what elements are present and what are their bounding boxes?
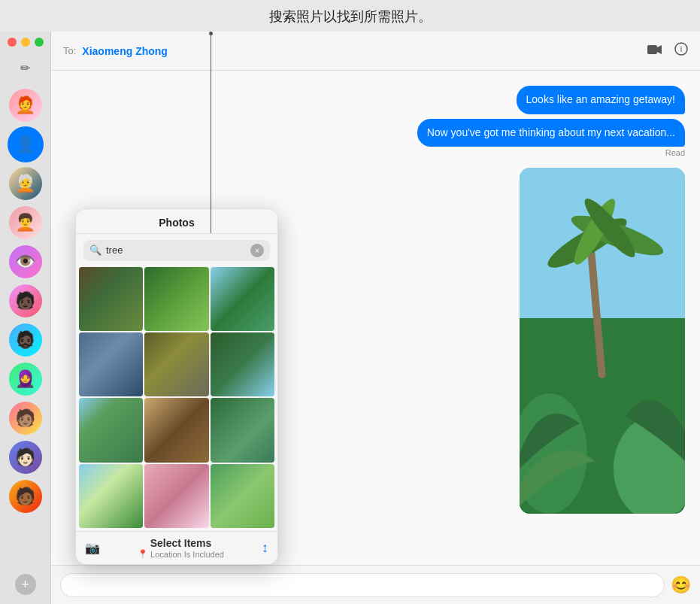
video-call-button[interactable] [647, 43, 662, 59]
sidebar: ✏ 🧑‍🦰 👤 🧑‍🦳 🧑‍🦱 👁️ 🧑🏿 🧔🏿 🧕 🧑🏽 🧑🏻 🧑🏾 + [0, 32, 51, 604]
photos-search-input[interactable] [106, 244, 246, 256]
svg-rect-0 [647, 45, 657, 54]
chat-header: To: Xiaomeng Zhong i [51, 32, 700, 71]
select-items-label: Select Items [150, 537, 212, 549]
sidebar-contact-8[interactable]: 🧕 [9, 363, 42, 396]
clear-icon: × [255, 246, 259, 255]
photo-thumb-2[interactable] [144, 267, 208, 331]
svg-marker-1 [657, 45, 662, 54]
emoji-button[interactable]: 😊 [671, 575, 691, 595]
svg-text:i: i [680, 44, 682, 53]
photos-grid [76, 267, 277, 531]
message-bubble-1: Looks like an amazing getaway! [517, 86, 685, 114]
photos-popup: Photos 🔍 × [75, 208, 278, 565]
sidebar-contact-1[interactable]: 🧑‍🦰 [9, 89, 42, 122]
info-button[interactable]: i [674, 42, 688, 59]
popup-bottom-bar: 📷 Select Items 📍 Location Is Included ↕ [76, 531, 277, 564]
read-status: Read [665, 148, 685, 157]
compose-button[interactable]: ✏ [15, 57, 36, 78]
app-window: ✏ 🧑‍🦰 👤 🧑‍🦳 🧑‍🦱 👁️ 🧑🏿 🧔🏿 🧕 🧑🏽 🧑🏻 🧑🏾 + To… [0, 32, 700, 604]
photo-thumb-1[interactable] [79, 267, 143, 331]
input-bar: 😊 [51, 565, 700, 604]
photo-thumb-7[interactable] [79, 398, 143, 462]
header-icons: i [647, 42, 688, 59]
traffic-lights [0, 38, 44, 47]
sidebar-contact-2[interactable]: 👤 [9, 128, 42, 161]
photo-thumb-10[interactable] [79, 464, 143, 528]
contact-name: Xiaomeng Zhong [82, 45, 641, 57]
photo-thumb-8[interactable] [144, 398, 208, 462]
compose-icon: ✏ [20, 61, 30, 75]
search-clear-button[interactable]: × [250, 244, 264, 257]
sidebar-contact-5[interactable]: 👁️ [9, 245, 42, 278]
sidebar-contact-9[interactable]: 🧑🏽 [9, 402, 42, 435]
sort-button[interactable]: ↕ [262, 540, 268, 556]
photo-thumb-9[interactable] [211, 398, 274, 462]
sidebar-contact-10[interactable]: 🧑🏻 [9, 441, 42, 474]
photo-message [520, 168, 685, 514]
photo-thumb-6[interactable] [211, 332, 274, 396]
sidebar-contact-4[interactable]: 🧑‍🦱 [9, 206, 42, 239]
bottom-bar-center: Select Items 📍 Location Is Included [106, 537, 256, 559]
annotation-text: 搜索照片以找到所需照片。 [0, 8, 700, 26]
minimize-button[interactable] [21, 38, 30, 47]
plus-icon: + [21, 577, 29, 593]
close-button[interactable] [8, 38, 17, 47]
sidebar-contact-3[interactable]: 🧑‍🦳 [9, 167, 42, 200]
to-label: To: [63, 45, 76, 56]
sent-photo [520, 168, 685, 514]
location-label: 📍 Location Is Included [138, 549, 224, 559]
message-bubble-2: Now you've got me thinking about my next… [417, 119, 685, 147]
photo-thumb-4[interactable] [79, 332, 143, 396]
add-conversation-button[interactable]: + [15, 574, 36, 595]
photo-thumb-5[interactable] [144, 332, 208, 396]
camera-icon[interactable]: 📷 [85, 541, 100, 555]
maximize-button[interactable] [35, 38, 44, 47]
photo-thumb-11[interactable] [144, 464, 208, 528]
search-icon: 🔍 [89, 244, 102, 256]
message-input[interactable] [60, 573, 665, 597]
popup-title: Photos [76, 209, 277, 234]
photo-thumb-3[interactable] [211, 267, 274, 331]
photo-thumb-12[interactable] [211, 464, 274, 528]
sidebar-contact-11[interactable]: 🧑🏾 [9, 480, 42, 513]
sidebar-contact-6[interactable]: 🧑🏿 [9, 284, 42, 317]
sidebar-contact-7[interactable]: 🧔🏿 [9, 323, 42, 357]
callout-dot [209, 32, 213, 35]
location-icon: 📍 [138, 549, 148, 559]
main-content: To: Xiaomeng Zhong i [51, 32, 700, 604]
search-bar: 🔍 × [83, 240, 270, 261]
